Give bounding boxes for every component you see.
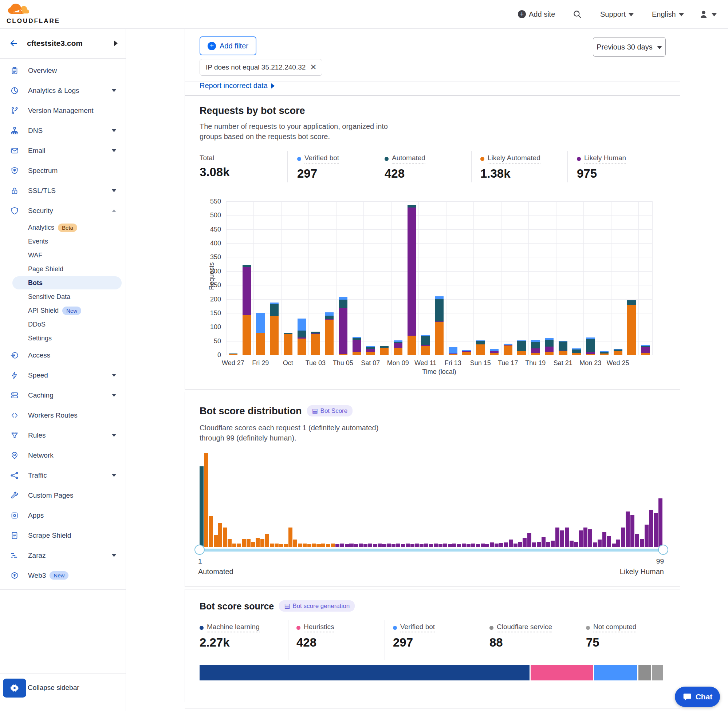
histogram-bar-score-19[interactable] — [284, 544, 288, 547]
histogram-bar-score-24[interactable] — [307, 544, 312, 547]
chart-bar-thu-12[interactable] — [435, 201, 444, 355]
histogram-bar-score-93[interactable] — [631, 515, 634, 547]
account-menu[interactable] — [698, 0, 717, 28]
histogram-bar-score-77[interactable] — [555, 528, 560, 547]
chart-bar-sun-15[interactable] — [476, 201, 485, 355]
histogram-bar-score-17[interactable] — [275, 544, 279, 547]
histogram-bar-score-8[interactable] — [232, 544, 236, 547]
histogram-bar-score-23[interactable] — [303, 544, 307, 547]
sidebar-item-analytics-logs[interactable]: Analytics & Logs — [0, 80, 126, 100]
chart-bar-sat-21[interactable] — [559, 201, 567, 355]
sidebar-item-settings[interactable]: Settings — [0, 331, 126, 345]
histogram-bar-score-96[interactable] — [645, 525, 648, 547]
source-segment-machine-learning[interactable] — [199, 665, 530, 680]
report-incorrect-data-link[interactable]: Report incorrect data — [199, 81, 275, 90]
slider-max-handle[interactable] — [658, 544, 668, 555]
chart-bar-wed-25[interactable] — [614, 201, 622, 355]
histogram-bar-score-73[interactable] — [537, 542, 541, 547]
histogram-bar-score-97[interactable] — [649, 510, 653, 547]
chart-bar-tue-24[interactable] — [600, 201, 608, 355]
histogram-bar-score-85[interactable] — [593, 543, 597, 547]
histogram-bar-score-80[interactable] — [570, 541, 574, 547]
histogram-bar-score-53[interactable] — [443, 544, 447, 547]
histogram-bar-score-28[interactable] — [326, 544, 330, 547]
histogram-bar-score-9[interactable] — [237, 544, 241, 547]
chart-bar-tue-03[interactable] — [311, 201, 320, 355]
chart-bar-thu-28[interactable] — [242, 201, 251, 355]
histogram-bar-score-52[interactable] — [439, 544, 443, 547]
histogram-bar-score-61[interactable] — [481, 544, 485, 547]
histogram-bar-score-76[interactable] — [551, 541, 555, 547]
histogram-bar-score-63[interactable] — [490, 543, 494, 547]
histogram-bar-score-14[interactable] — [260, 539, 264, 547]
chevron-down-icon[interactable] — [112, 189, 116, 192]
histogram-bar-score-35[interactable] — [359, 544, 363, 547]
histogram-bar-score-86[interactable] — [598, 540, 602, 547]
histogram-bar-score-64[interactable] — [495, 544, 499, 547]
collapse-sidebar-label[interactable]: Collapse sidebar — [28, 684, 80, 692]
site-switcher[interactable]: cftestsite3.com — [0, 28, 126, 59]
histogram-bar-score-75[interactable] — [546, 542, 550, 547]
language-menu[interactable]: English — [652, 0, 684, 28]
histogram-bar-score-40[interactable] — [382, 544, 386, 547]
date-range-select[interactable]: Previous 30 days — [593, 37, 666, 57]
sidebar-item-custom-pages[interactable]: Custom Pages — [0, 485, 126, 505]
sidebar-item-rules[interactable]: Rules — [0, 425, 126, 445]
sidebar-item-overview[interactable]: Overview — [0, 60, 126, 80]
slider-min-handle[interactable] — [195, 544, 205, 555]
histogram-bar-score-66[interactable] — [504, 543, 508, 547]
support-menu[interactable]: Support — [600, 0, 633, 28]
histogram-bar-score-58[interactable] — [467, 544, 471, 547]
histogram-bar-score-48[interactable] — [419, 544, 424, 547]
sidebar-item-network[interactable]: Network — [0, 445, 126, 465]
chart-bar-mon-09[interactable] — [394, 201, 402, 355]
source-segment-verified-bot[interactable] — [594, 665, 637, 680]
sidebar-item-access[interactable]: Access — [0, 345, 126, 365]
chart-bar-sat-07[interactable] — [366, 201, 375, 355]
histogram-bar-score-27[interactable] — [321, 544, 325, 547]
histogram-bar-score-44[interactable] — [401, 544, 405, 547]
chevron-down-icon[interactable] — [112, 434, 116, 437]
histogram-bar-score-46[interactable] — [411, 544, 415, 547]
histogram-bar-score-15[interactable] — [265, 534, 269, 547]
histogram-bar-score-41[interactable] — [387, 544, 391, 547]
histogram-bar-score-29[interactable] — [331, 544, 335, 547]
sidebar-item-analytics[interactable]: AnalyticsBeta — [0, 221, 126, 235]
sidebar-item-page-shield[interactable]: Page Shield — [0, 262, 126, 276]
chart-bar-fri-13[interactable] — [449, 201, 458, 355]
chart-bar-wed-11[interactable] — [421, 201, 430, 355]
chart-bar-fri-29[interactable] — [256, 201, 265, 355]
histogram-bar-score-45[interactable] — [406, 544, 410, 547]
histogram-bar-score-47[interactable] — [415, 544, 419, 547]
chart-bar-oct-01[interactable] — [284, 201, 292, 355]
sidebar-item-version-management[interactable]: Version Management — [0, 100, 126, 121]
chart-bar-wed-04[interactable] — [325, 201, 334, 355]
histogram-bar-score-55[interactable] — [452, 544, 456, 547]
histogram-bar-score-3[interactable] — [209, 516, 213, 547]
filter-chip[interactable]: IP does not equal 35.212.240.32 ✕ — [199, 59, 322, 76]
histogram-bar-score-78[interactable] — [560, 530, 564, 547]
chart-bar-wed-18[interactable] — [517, 201, 526, 355]
histogram-bar-score-57[interactable] — [462, 544, 466, 547]
histogram-bar-score-71[interactable] — [527, 533, 532, 547]
histogram-bar-score-33[interactable] — [349, 544, 353, 547]
chart-bar-thu-26[interactable] — [627, 201, 636, 355]
histogram-bar-score-68[interactable] — [514, 544, 517, 547]
histogram-bar-score-37[interactable] — [368, 544, 372, 547]
source-segment-not-computed[interactable] — [652, 665, 663, 680]
histogram-bar-score-91[interactable] — [621, 528, 625, 547]
sidebar-item-security[interactable]: Security — [0, 201, 126, 221]
histogram-bar-score-79[interactable] — [565, 528, 569, 547]
histogram-bar-score-43[interactable] — [396, 544, 400, 547]
histogram-bar-score-72[interactable] — [532, 543, 536, 547]
sidebar-item-spectrum[interactable]: Spectrum — [0, 161, 126, 181]
histogram-bar-score-20[interactable] — [288, 528, 292, 547]
chart-bar-sat-30[interactable] — [270, 201, 279, 355]
chevron-down-icon[interactable] — [112, 474, 116, 477]
histogram-bar-score-10[interactable] — [242, 539, 246, 547]
chevron-down-icon[interactable] — [112, 554, 116, 557]
histogram-bar-score-84[interactable] — [588, 530, 592, 547]
histogram-bar-score-1[interactable] — [199, 466, 204, 547]
histogram-bar-score-16[interactable] — [270, 544, 274, 547]
histogram-bar-score-88[interactable] — [607, 536, 611, 547]
